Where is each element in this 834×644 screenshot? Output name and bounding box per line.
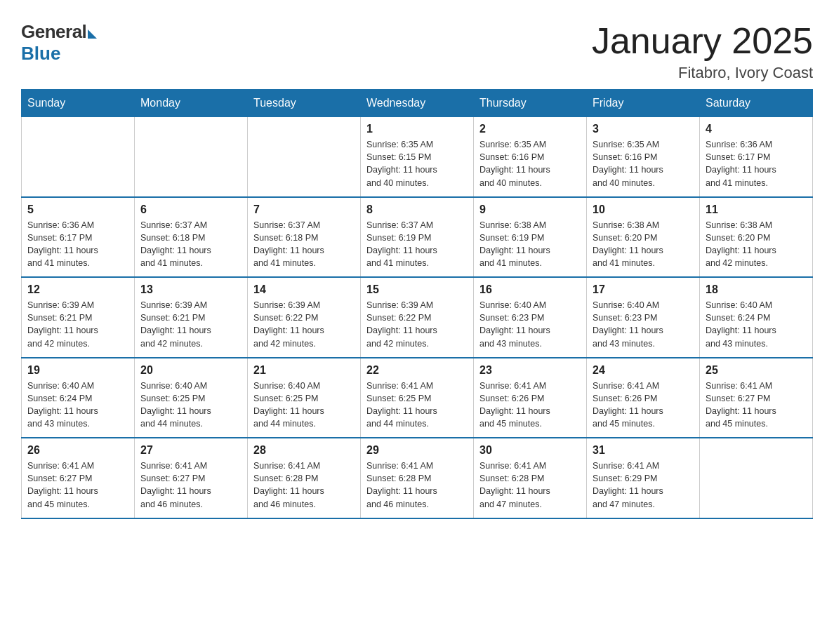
calendar-cell: 29Sunrise: 6:41 AM Sunset: 6:28 PM Dayli… <box>361 438 474 518</box>
day-number: 26 <box>27 444 128 457</box>
calendar-week-row: 5Sunrise: 6:36 AM Sunset: 6:17 PM Daylig… <box>22 197 813 278</box>
day-info: Sunrise: 6:40 AM Sunset: 6:24 PM Dayligh… <box>706 299 807 350</box>
day-info: Sunrise: 6:37 AM Sunset: 6:19 PM Dayligh… <box>366 219 468 270</box>
calendar-cell: 9Sunrise: 6:38 AM Sunset: 6:19 PM Daylig… <box>474 197 587 278</box>
day-info: Sunrise: 6:37 AM Sunset: 6:18 PM Dayligh… <box>140 219 241 270</box>
calendar-cell <box>22 117 135 197</box>
calendar-header-row: SundayMondayTuesdayWednesdayThursdayFrid… <box>22 90 813 117</box>
day-info: Sunrise: 6:40 AM Sunset: 6:25 PM Dayligh… <box>253 380 355 431</box>
day-number: 19 <box>27 364 128 377</box>
calendar-cell: 28Sunrise: 6:41 AM Sunset: 6:28 PM Dayli… <box>248 438 361 518</box>
calendar-table: SundayMondayTuesdayWednesdayThursdayFrid… <box>21 89 813 519</box>
day-number: 27 <box>140 444 241 457</box>
calendar-cell: 20Sunrise: 6:40 AM Sunset: 6:25 PM Dayli… <box>135 358 248 438</box>
day-info: Sunrise: 6:39 AM Sunset: 6:21 PM Dayligh… <box>27 299 128 350</box>
day-info: Sunrise: 6:41 AM Sunset: 6:27 PM Dayligh… <box>706 380 807 431</box>
logo-blue-text: Blue <box>21 43 60 65</box>
day-info: Sunrise: 6:35 AM Sunset: 6:15 PM Dayligh… <box>366 138 468 189</box>
day-info: Sunrise: 6:37 AM Sunset: 6:18 PM Dayligh… <box>253 219 355 270</box>
calendar-week-row: 1Sunrise: 6:35 AM Sunset: 6:15 PM Daylig… <box>22 117 813 197</box>
day-info: Sunrise: 6:39 AM Sunset: 6:22 PM Dayligh… <box>253 299 355 350</box>
day-number: 24 <box>593 364 694 377</box>
calendar-cell: 13Sunrise: 6:39 AM Sunset: 6:21 PM Dayli… <box>135 277 248 358</box>
calendar-subtitle: Fitabro, Ivory Coast <box>592 64 813 82</box>
calendar-week-row: 12Sunrise: 6:39 AM Sunset: 6:21 PM Dayli… <box>22 277 813 358</box>
day-info: Sunrise: 6:40 AM Sunset: 6:23 PM Dayligh… <box>479 299 581 350</box>
calendar-cell: 2Sunrise: 6:35 AM Sunset: 6:16 PM Daylig… <box>474 117 587 197</box>
day-number: 29 <box>366 444 468 457</box>
calendar-cell: 15Sunrise: 6:39 AM Sunset: 6:22 PM Dayli… <box>361 277 474 358</box>
calendar-cell: 26Sunrise: 6:41 AM Sunset: 6:27 PM Dayli… <box>22 438 135 518</box>
day-info: Sunrise: 6:40 AM Sunset: 6:23 PM Dayligh… <box>593 299 694 350</box>
day-number: 11 <box>706 203 807 216</box>
calendar-cell <box>135 117 248 197</box>
day-info: Sunrise: 6:41 AM Sunset: 6:28 PM Dayligh… <box>253 459 355 511</box>
calendar-cell: 16Sunrise: 6:40 AM Sunset: 6:23 PM Dayli… <box>474 277 587 358</box>
calendar-week-row: 26Sunrise: 6:41 AM Sunset: 6:27 PM Dayli… <box>22 438 813 518</box>
calendar-cell: 12Sunrise: 6:39 AM Sunset: 6:21 PM Dayli… <box>22 277 135 358</box>
day-info: Sunrise: 6:41 AM Sunset: 6:25 PM Dayligh… <box>366 380 468 431</box>
calendar-cell: 21Sunrise: 6:40 AM Sunset: 6:25 PM Dayli… <box>248 358 361 438</box>
header-friday: Friday <box>587 90 700 117</box>
day-info: Sunrise: 6:40 AM Sunset: 6:24 PM Dayligh… <box>27 380 128 431</box>
header-tuesday: Tuesday <box>248 90 361 117</box>
day-number: 1 <box>366 123 468 135</box>
calendar-cell: 24Sunrise: 6:41 AM Sunset: 6:26 PM Dayli… <box>587 358 700 438</box>
calendar-cell: 30Sunrise: 6:41 AM Sunset: 6:28 PM Dayli… <box>474 438 587 518</box>
day-number: 13 <box>140 283 241 296</box>
calendar-cell: 8Sunrise: 6:37 AM Sunset: 6:19 PM Daylig… <box>361 197 474 278</box>
calendar-cell: 11Sunrise: 6:38 AM Sunset: 6:20 PM Dayli… <box>700 197 813 278</box>
calendar-week-row: 19Sunrise: 6:40 AM Sunset: 6:24 PM Dayli… <box>22 358 813 438</box>
day-info: Sunrise: 6:39 AM Sunset: 6:21 PM Dayligh… <box>140 299 241 350</box>
calendar-cell: 18Sunrise: 6:40 AM Sunset: 6:24 PM Dayli… <box>700 277 813 358</box>
day-number: 14 <box>253 283 355 296</box>
calendar-title: January 2025 <box>592 21 813 61</box>
calendar-cell: 23Sunrise: 6:41 AM Sunset: 6:26 PM Dayli… <box>474 358 587 438</box>
day-number: 30 <box>479 444 581 457</box>
header-saturday: Saturday <box>700 90 813 117</box>
day-number: 6 <box>140 203 241 216</box>
logo: General Blue <box>21 21 97 65</box>
title-block: January 2025 Fitabro, Ivory Coast <box>592 21 813 82</box>
day-number: 17 <box>593 283 694 296</box>
calendar-cell: 3Sunrise: 6:35 AM Sunset: 6:16 PM Daylig… <box>587 117 700 197</box>
day-number: 3 <box>593 123 694 135</box>
logo-general-text: General <box>21 21 86 43</box>
header-monday: Monday <box>135 90 248 117</box>
calendar-cell: 10Sunrise: 6:38 AM Sunset: 6:20 PM Dayli… <box>587 197 700 278</box>
day-info: Sunrise: 6:38 AM Sunset: 6:20 PM Dayligh… <box>706 219 807 270</box>
day-info: Sunrise: 6:36 AM Sunset: 6:17 PM Dayligh… <box>27 219 128 270</box>
day-info: Sunrise: 6:41 AM Sunset: 6:26 PM Dayligh… <box>593 380 694 431</box>
day-number: 25 <box>706 364 807 377</box>
day-number: 23 <box>479 364 581 377</box>
calendar-cell: 22Sunrise: 6:41 AM Sunset: 6:25 PM Dayli… <box>361 358 474 438</box>
calendar-cell: 25Sunrise: 6:41 AM Sunset: 6:27 PM Dayli… <box>700 358 813 438</box>
calendar-cell: 31Sunrise: 6:41 AM Sunset: 6:29 PM Dayli… <box>587 438 700 518</box>
day-number: 12 <box>27 283 128 296</box>
day-info: Sunrise: 6:35 AM Sunset: 6:16 PM Dayligh… <box>479 138 581 189</box>
day-number: 9 <box>479 203 581 216</box>
day-number: 28 <box>253 444 355 457</box>
day-info: Sunrise: 6:41 AM Sunset: 6:28 PM Dayligh… <box>366 459 468 511</box>
day-number: 4 <box>706 123 807 135</box>
day-info: Sunrise: 6:40 AM Sunset: 6:25 PM Dayligh… <box>140 380 241 431</box>
header-sunday: Sunday <box>22 90 135 117</box>
day-info: Sunrise: 6:36 AM Sunset: 6:17 PM Dayligh… <box>706 138 807 189</box>
page-header: General Blue January 2025 Fitabro, Ivory… <box>21 21 813 82</box>
day-number: 7 <box>253 203 355 216</box>
day-info: Sunrise: 6:39 AM Sunset: 6:22 PM Dayligh… <box>366 299 468 350</box>
day-number: 2 <box>479 123 581 135</box>
calendar-cell <box>700 438 813 518</box>
header-thursday: Thursday <box>474 90 587 117</box>
day-number: 21 <box>253 364 355 377</box>
day-info: Sunrise: 6:41 AM Sunset: 6:29 PM Dayligh… <box>593 459 694 511</box>
calendar-cell: 7Sunrise: 6:37 AM Sunset: 6:18 PM Daylig… <box>248 197 361 278</box>
day-info: Sunrise: 6:41 AM Sunset: 6:26 PM Dayligh… <box>479 380 581 431</box>
calendar-cell: 5Sunrise: 6:36 AM Sunset: 6:17 PM Daylig… <box>22 197 135 278</box>
calendar-cell: 27Sunrise: 6:41 AM Sunset: 6:27 PM Dayli… <box>135 438 248 518</box>
day-number: 10 <box>593 203 694 216</box>
header-wednesday: Wednesday <box>361 90 474 117</box>
calendar-cell: 1Sunrise: 6:35 AM Sunset: 6:15 PM Daylig… <box>361 117 474 197</box>
day-info: Sunrise: 6:41 AM Sunset: 6:27 PM Dayligh… <box>140 459 241 511</box>
day-number: 15 <box>366 283 468 296</box>
